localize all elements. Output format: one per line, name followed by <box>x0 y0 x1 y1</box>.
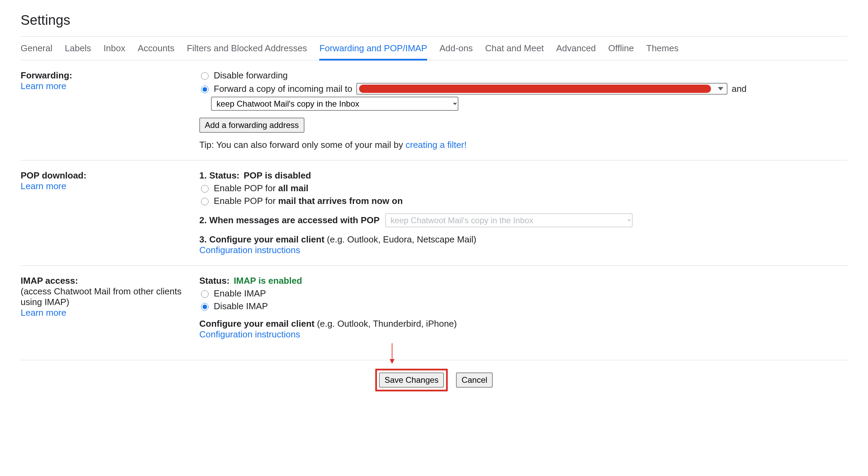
tab-accounts[interactable]: Accounts <box>138 43 175 54</box>
and-text: and <box>732 84 746 94</box>
tab-themes[interactable]: Themes <box>646 43 679 54</box>
forwarding-action-select[interactable]: keep Chatwoot Mail's copy in the Inbox <box>211 97 458 111</box>
page-title: Settings <box>21 0 847 36</box>
pop-enable-now-radio[interactable] <box>201 198 209 205</box>
imap-enable-radio[interactable] <box>201 290 209 298</box>
tab-filters[interactable]: Filters and Blocked Addresses <box>187 43 307 54</box>
pop-access-action-select: keep Chatwoot Mail's copy in the Inbox <box>385 213 633 227</box>
tab-forwarding-pop-imap[interactable]: Forwarding and POP/IMAP <box>319 43 427 54</box>
imap-subheading: (access Chatwoot Mail from other clients… <box>21 286 192 307</box>
imap-heading: IMAP access: <box>21 275 192 286</box>
section-pop: POP download: Learn more 1. Status: POP … <box>21 161 847 266</box>
forward-copy-label: Forward a copy of incoming mail to <box>214 84 352 94</box>
pop-step3-note: (e.g. Outlook, Eudora, Netscape Mail) <box>324 234 476 245</box>
imap-enable-label: Enable IMAP <box>214 288 266 299</box>
add-forwarding-address-button[interactable]: Add a forwarding address <box>199 118 304 133</box>
pop-step3-bold: 3. Configure your email client <box>199 234 324 245</box>
arrow-down-icon <box>389 343 396 364</box>
tab-general[interactable]: General <box>21 43 53 54</box>
imap-disable-label: Disable IMAP <box>214 301 268 312</box>
section-forwarding: Forwarding: Learn more Disable forwardin… <box>21 61 847 161</box>
pop-enable-now-label: Enable POP for mail that arrives from no… <box>214 196 403 206</box>
imap-config-instructions-link[interactable]: Configuration instructions <box>199 329 300 339</box>
imap-status-prefix: Status: <box>199 275 230 286</box>
pop-config-instructions-link[interactable]: Configuration instructions <box>199 245 300 255</box>
tab-addons[interactable]: Add-ons <box>439 43 473 54</box>
section-imap: IMAP access: (access Chatwoot Mail from … <box>21 266 847 360</box>
tab-advanced[interactable]: Advanced <box>556 43 596 54</box>
imap-configure-note: (e.g. Outlook, Thunderbird, iPhone) <box>314 318 457 329</box>
create-filter-link[interactable]: creating a filter! <box>405 140 467 150</box>
imap-learn-more-link[interactable]: Learn more <box>21 307 66 318</box>
imap-configure-bold: Configure your email client <box>199 318 314 329</box>
pop-enable-all-label: Enable POP for all mail <box>214 183 309 194</box>
tab-offline[interactable]: Offline <box>608 43 634 54</box>
save-highlight-box: Save Changes <box>375 369 448 391</box>
pop-learn-more-link[interactable]: Learn more <box>21 181 66 191</box>
forwarding-heading: Forwarding: <box>21 70 192 81</box>
forwarding-tip-text: Tip: You can also forward only some of y… <box>199 140 405 150</box>
imap-disable-radio[interactable] <box>201 303 209 311</box>
tab-labels[interactable]: Labels <box>65 43 91 54</box>
pop-step2-label: 2. When messages are accessed with POP <box>199 215 380 226</box>
pop-status-prefix: 1. Status: <box>199 170 240 181</box>
save-changes-button[interactable]: Save Changes <box>379 372 444 388</box>
settings-tabs: General Labels Inbox Accounts Filters an… <box>21 36 847 61</box>
pop-heading: POP download: <box>21 170 192 181</box>
footer-actions: Save Changes Cancel <box>21 360 847 405</box>
tab-chat-meet[interactable]: Chat and Meet <box>485 43 544 54</box>
disable-forwarding-label: Disable forwarding <box>214 70 288 81</box>
pop-status-value: POP is disabled <box>244 170 311 181</box>
imap-status-value: IMAP is enabled <box>234 275 302 286</box>
disable-forwarding-radio[interactable] <box>201 72 209 80</box>
forward-copy-radio[interactable] <box>201 86 209 93</box>
tab-inbox[interactable]: Inbox <box>103 43 125 54</box>
pop-enable-all-radio[interactable] <box>201 185 209 193</box>
forwarding-learn-more-link[interactable]: Learn more <box>21 81 66 91</box>
svg-marker-1 <box>390 359 394 364</box>
forwarding-address-select[interactable] <box>356 83 727 95</box>
cancel-button[interactable]: Cancel <box>456 372 493 388</box>
